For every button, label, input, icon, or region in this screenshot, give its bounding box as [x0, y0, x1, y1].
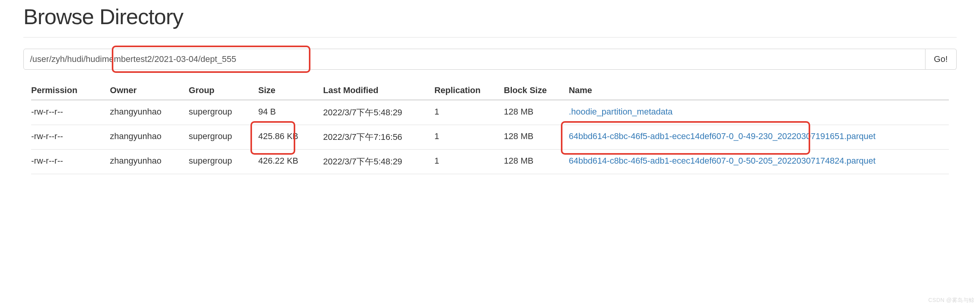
- header-block-size: Block Size: [504, 81, 569, 100]
- directory-table: Permission Owner Group Size Last Modifie…: [31, 81, 949, 174]
- cell-replication: 1: [434, 125, 504, 150]
- cell-group: supergroup: [189, 100, 258, 125]
- file-link[interactable]: .hoodie_partition_metadata: [569, 107, 673, 116]
- table-row: -rw-r--r-- zhangyunhao supergroup 425.86…: [31, 125, 949, 150]
- divider: [23, 37, 957, 38]
- header-group: Group: [189, 81, 258, 100]
- cell-size: 426.22 KB: [258, 150, 323, 174]
- cell-owner: zhangyunhao: [110, 100, 189, 125]
- cell-last-modified: 2022/3/7下午5:48:29: [323, 150, 435, 174]
- cell-replication: 1: [434, 150, 504, 174]
- cell-owner: zhangyunhao: [110, 150, 189, 174]
- header-size: Size: [258, 81, 323, 100]
- cell-block-size: 128 MB: [504, 125, 569, 150]
- cell-block-size: 128 MB: [504, 150, 569, 174]
- cell-replication: 1: [434, 100, 504, 125]
- path-row: Go!: [23, 49, 957, 70]
- cell-permission: -rw-r--r--: [31, 125, 110, 150]
- page-title: Browse Directory: [23, 4, 957, 29]
- file-link[interactable]: 64bbd614-c8bc-46f5-adb1-ecec14def607-0_0…: [569, 131, 876, 141]
- directory-table-wrap: Permission Owner Group Size Last Modifie…: [23, 81, 957, 174]
- cell-name: .hoodie_partition_metadata: [569, 100, 949, 125]
- table-row: -rw-r--r-- zhangyunhao supergroup 94 B 2…: [31, 100, 949, 125]
- cell-size: 425.86 KB: [258, 125, 323, 150]
- table-row: -rw-r--r-- zhangyunhao supergroup 426.22…: [31, 150, 949, 174]
- cell-name: 64bbd614-c8bc-46f5-adb1-ecec14def607-0_0…: [569, 125, 949, 150]
- cell-size-value: 425.86 KB: [258, 131, 298, 141]
- cell-last-modified: 2022/3/7下午7:16:56: [323, 125, 435, 150]
- cell-size: 94 B: [258, 100, 323, 125]
- cell-group: supergroup: [189, 125, 258, 150]
- cell-permission: -rw-r--r--: [31, 150, 110, 174]
- header-permission: Permission: [31, 81, 110, 100]
- cell-group: supergroup: [189, 150, 258, 174]
- cell-block-size: 128 MB: [504, 100, 569, 125]
- go-button[interactable]: Go!: [925, 49, 957, 70]
- cell-name: 64bbd614-c8bc-46f5-adb1-ecec14def607-0_0…: [569, 150, 949, 174]
- header-replication: Replication: [434, 81, 504, 100]
- table-header-row: Permission Owner Group Size Last Modifie…: [31, 81, 949, 100]
- header-last-modified: Last Modified: [323, 81, 435, 100]
- cell-permission: -rw-r--r--: [31, 100, 110, 125]
- header-name: Name: [569, 81, 949, 100]
- file-link[interactable]: 64bbd614-c8bc-46f5-adb1-ecec14def607-0_0…: [569, 156, 876, 166]
- cell-last-modified: 2022/3/7下午5:48:29: [323, 100, 435, 125]
- path-input[interactable]: [23, 49, 925, 70]
- cell-owner: zhangyunhao: [110, 125, 189, 150]
- header-owner: Owner: [110, 81, 189, 100]
